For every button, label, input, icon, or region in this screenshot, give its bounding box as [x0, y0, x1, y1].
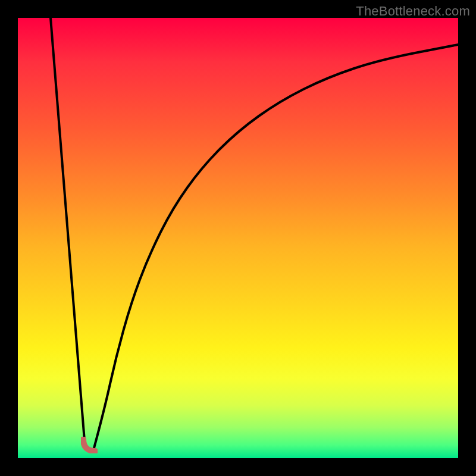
- bottleneck-curve: [18, 18, 458, 458]
- optimum-marker: [81, 437, 98, 453]
- chart-stage: TheBottleneck.com: [0, 0, 476, 476]
- watermark-text: TheBottleneck.com: [356, 4, 470, 19]
- marker-icon: [83, 439, 95, 451]
- plot-area: [18, 18, 458, 458]
- curve-right-ascent: [94, 45, 458, 448]
- curve-left-descent: [51, 18, 85, 448]
